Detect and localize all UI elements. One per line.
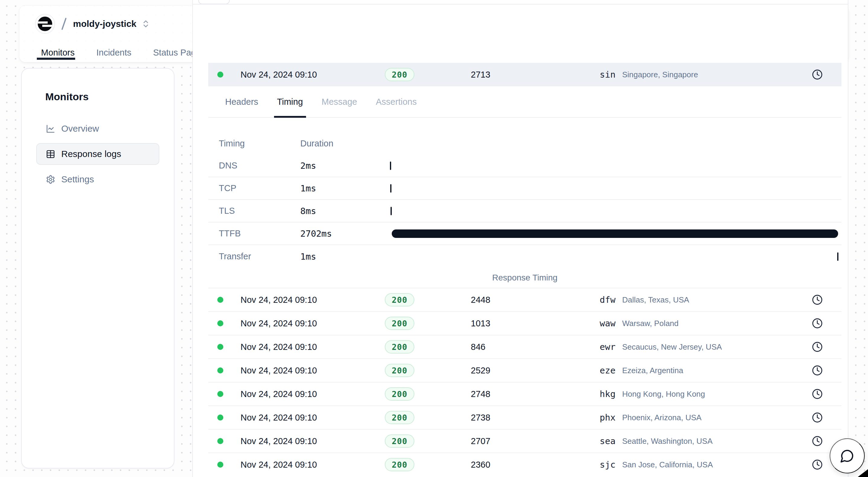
region-location: Seattle, Washington, USA xyxy=(622,437,713,446)
timing-details-button[interactable] xyxy=(812,69,823,80)
log-row-sjc[interactable]: Nov 24, 2024 09:102002360sjcSan Jose, Ca… xyxy=(208,452,841,476)
region-code: sin xyxy=(600,69,615,80)
log-latency: 2707 xyxy=(471,436,600,446)
clock-icon xyxy=(812,389,823,399)
timing-bar-track xyxy=(390,207,838,215)
clock-icon xyxy=(812,365,823,376)
log-row-hkg[interactable]: Nov 24, 2024 09:102002748hkgHong Kong, H… xyxy=(208,382,841,406)
timing-details-button[interactable] xyxy=(812,412,823,423)
timing-details-button[interactable] xyxy=(812,365,823,376)
page: { "header": { "project_name": "moldy-joy… xyxy=(0,0,868,477)
log-region: sjcSan Jose, California, USA xyxy=(600,459,812,470)
status-dot xyxy=(217,297,223,303)
sidebar-item-label: Overview xyxy=(61,123,99,134)
timing-table-header: Timing Duration xyxy=(208,132,841,155)
chevrons-up-down-icon xyxy=(141,19,150,28)
log-row-dfw[interactable]: Nov 24, 2024 09:102002448dfwDallas, Texa… xyxy=(208,288,841,311)
timing-bar xyxy=(390,184,392,192)
support-chat-button[interactable] xyxy=(830,438,865,473)
timing-col-duration: Duration xyxy=(300,139,390,149)
region-location: Phoenix, Arizona, USA xyxy=(622,413,702,422)
sidebar-nav: OverviewResponse logsSettings xyxy=(36,118,159,190)
timing-waterfall: Timing Duration DNS2msTCP1msTLS8msTTFB27… xyxy=(208,132,841,288)
status-badge: 200 xyxy=(385,364,414,377)
project-name: moldy-joystick xyxy=(73,19,136,29)
clock-icon xyxy=(812,69,823,80)
clock-icon xyxy=(812,436,823,447)
timing-duration: 1ms xyxy=(300,183,390,193)
clock-icon xyxy=(812,341,823,352)
timing-col-phase: Timing xyxy=(208,139,300,149)
status-dot xyxy=(217,320,223,326)
sidebar-item-response-logs[interactable]: Response logs xyxy=(36,143,159,165)
log-row-selected[interactable]: Nov 24, 2024 09:10 200 2713 sin Singapor… xyxy=(208,63,841,86)
sidebar-item-label: Response logs xyxy=(61,149,121,159)
app-logo[interactable] xyxy=(35,14,55,34)
log-row-waw[interactable]: Nov 24, 2024 09:102001013wawWarsaw, Pola… xyxy=(208,311,841,335)
clock-icon xyxy=(812,294,823,305)
log-timestamp: Nov 24, 2024 09:10 xyxy=(241,319,385,328)
status-dot xyxy=(217,71,223,78)
status-badge-cell: 200 xyxy=(385,387,471,400)
timing-details-button[interactable] xyxy=(812,341,823,352)
timing-details-button[interactable] xyxy=(812,459,823,470)
logs-list: Nov 24, 2024 09:102002448dfwDallas, Texa… xyxy=(208,288,841,476)
tab-monitors[interactable]: Monitors xyxy=(41,43,74,62)
log-latency: 2713 xyxy=(471,70,600,80)
sidebar-item-label: Settings xyxy=(61,174,94,184)
log-row-sea[interactable]: Nov 24, 2024 09:102002707seaSeattle, Was… xyxy=(208,429,841,452)
log-row-ewr[interactable]: Nov 24, 2024 09:10200846ewrSecaucus, New… xyxy=(208,335,841,358)
timing-details-button[interactable] xyxy=(812,294,823,305)
status-badge-cell: 200 xyxy=(385,293,471,306)
timing-details-button[interactable] xyxy=(812,318,823,329)
chat-bubble-icon xyxy=(840,449,855,463)
timing-duration: 1ms xyxy=(300,251,390,262)
clock-icon xyxy=(812,412,823,423)
log-region: seaSeattle, Washington, USA xyxy=(600,436,812,446)
detail-tab-headers[interactable]: Headers xyxy=(223,86,260,117)
status-dot xyxy=(217,461,223,468)
log-timestamp: Nov 24, 2024 09:10 xyxy=(241,70,385,80)
region-code: hkg xyxy=(600,389,615,399)
log-timestamp: Nov 24, 2024 09:10 xyxy=(241,366,385,376)
log-region: wawWarsaw, Poland xyxy=(600,318,812,328)
project-switcher[interactable] xyxy=(141,19,150,28)
detail-tab-assertions: Assertions xyxy=(374,86,418,117)
timing-phase: TLS xyxy=(208,206,300,216)
detail-tab-timing[interactable]: Timing xyxy=(275,86,305,117)
status-badge-cell: 200 xyxy=(385,317,471,330)
sidebar-item-settings[interactable]: Settings xyxy=(36,169,159,190)
region-code: ewr xyxy=(600,342,615,352)
timing-phase: DNS xyxy=(208,160,300,171)
log-row-phx[interactable]: Nov 24, 2024 09:102002738phxPhoenix, Ari… xyxy=(208,406,841,429)
timing-bar-track xyxy=(390,184,838,193)
log-region: dfwDallas, Texas, USA xyxy=(600,295,812,305)
region-code: waw xyxy=(600,318,615,328)
log-latency: 2529 xyxy=(471,366,600,376)
timing-row-dns: DNS2ms xyxy=(208,155,841,177)
detail-tab-message: Message xyxy=(320,86,359,117)
region-location: Ezeiza, Argentina xyxy=(622,366,683,375)
status-badge: 200 xyxy=(385,411,414,424)
status-badge: 200 xyxy=(385,68,414,81)
timing-details-button[interactable] xyxy=(812,436,823,447)
timing-bar-track xyxy=(390,229,838,238)
gear-icon xyxy=(46,175,55,184)
timing-details-button[interactable] xyxy=(812,389,823,399)
log-row-eze[interactable]: Nov 24, 2024 09:102002529ezeEzeiza, Arge… xyxy=(208,358,841,382)
scrolled-control-stub[interactable] xyxy=(198,0,230,4)
detail-tab-label: Timing xyxy=(277,97,303,107)
tab-incidents[interactable]: Incidents xyxy=(96,43,131,62)
detail-tab-label: Headers xyxy=(225,97,258,107)
status-badge-cell: 200 xyxy=(385,435,471,448)
status-dot xyxy=(217,391,223,397)
clock-icon xyxy=(812,459,823,470)
sidebar-title: Monitors xyxy=(45,91,159,102)
log-timestamp: Nov 24, 2024 09:10 xyxy=(241,436,385,446)
status-badge: 200 xyxy=(385,387,414,400)
timing-phase: Transfer xyxy=(208,251,300,262)
timing-row-transfer: Transfer1ms xyxy=(208,245,841,268)
sidebar-item-overview[interactable]: Overview xyxy=(36,118,159,140)
timing-bar-track xyxy=(390,252,838,261)
log-timestamp: Nov 24, 2024 09:10 xyxy=(241,342,385,352)
